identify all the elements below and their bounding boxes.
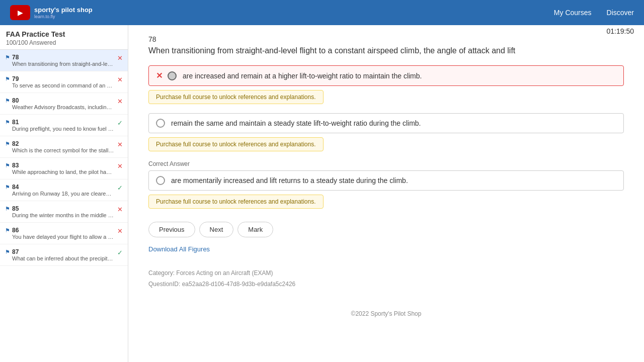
sidebar-item-text-81: During preflight, you need to know fuel … bbox=[12, 126, 114, 132]
flag-icon-85: ⚑ bbox=[5, 206, 10, 212]
correct-answer-label: Correct Answer bbox=[148, 160, 624, 167]
sidebar-item-num-78: 78 bbox=[12, 54, 114, 61]
sidebar-item-text-87: What can be inferred about the precipita… bbox=[12, 255, 114, 261]
logo-text: sporty's pilot shop learn.to.fly bbox=[34, 6, 93, 19]
sidebar-item-num-85: 85 bbox=[12, 205, 114, 212]
sidebar-header: FAA Practice Test 100/100 Answered bbox=[0, 25, 128, 50]
sidebar-item-81[interactable]: ⚑81During preflight, you need to know fu… bbox=[0, 115, 128, 136]
sidebar-subtitle: 100/100 Answered bbox=[6, 39, 122, 46]
sidebar-item-content-82: 82Which is the correct symbol for the st… bbox=[12, 140, 114, 153]
flag-icon-86: ⚑ bbox=[5, 227, 10, 234]
sidebar-item-text-84: Arriving on Runway 18, you are cleared t… bbox=[12, 191, 114, 197]
check-icon-87: ✓ bbox=[117, 249, 123, 256]
flag-icon-84: ⚑ bbox=[5, 184, 10, 191]
sidebar-item-text-80: Weather Advisory Broadcasts, including S… bbox=[12, 104, 114, 110]
flag-icon-79: ⚑ bbox=[5, 76, 10, 82]
footer-copyright: ©2022 Sporty's Pilot Shop bbox=[351, 310, 422, 317]
x-icon-78: ✕ bbox=[117, 54, 123, 62]
answer-text-b: remain the same and maintain a steady st… bbox=[171, 119, 421, 127]
flag-icon-83: ⚑ bbox=[5, 162, 10, 169]
answer-option-a[interactable]: ✕ are increased and remain at a higher l… bbox=[148, 65, 624, 86]
sidebar-item-86[interactable]: ⚑86You have delayed your flight to allow… bbox=[0, 223, 128, 244]
sidebar-item-content-81: 81During preflight, you need to know fue… bbox=[12, 119, 114, 132]
logo-icon bbox=[10, 5, 30, 20]
sidebar-item-text-85: During the winter months in the middle l… bbox=[12, 212, 114, 218]
mark-button[interactable]: Mark bbox=[237, 222, 273, 237]
sidebar-item-num-87: 87 bbox=[12, 248, 114, 255]
x-icon-82: ✕ bbox=[117, 141, 123, 148]
sidebar-item-num-80: 80 bbox=[12, 97, 114, 104]
category-text: Category: Forces Acting on an Aircraft (… bbox=[148, 268, 624, 279]
sidebar-item-83[interactable]: ⚑83While approaching to land, the pilot … bbox=[0, 158, 128, 179]
sidebar: FAA Practice Test 100/100 Answered ⚑78Wh… bbox=[0, 25, 128, 362]
sidebar-item-84[interactable]: ⚑84Arriving on Runway 18, you are cleare… bbox=[0, 179, 128, 201]
sidebar-item-content-83: 83While approaching to land, the pilot h… bbox=[12, 162, 114, 175]
sidebar-item-content-78: 78When transitioning from straight-and-l… bbox=[12, 54, 114, 67]
sidebar-item-content-85: 85During the winter months in the middle… bbox=[12, 205, 114, 218]
sidebar-item-87[interactable]: ⚑87What can be inferred about the precip… bbox=[0, 244, 128, 266]
purchase-banner-a[interactable]: Purchase full course to unlock reference… bbox=[148, 90, 324, 104]
flag-icon-87: ⚑ bbox=[5, 249, 10, 255]
sidebar-item-content-86: 86You have delayed your flight to allow … bbox=[12, 227, 114, 240]
logo[interactable]: sporty's pilot shop learn.to.fly bbox=[10, 5, 93, 20]
answer-option-b[interactable]: remain the same and maintain a steady st… bbox=[148, 113, 624, 133]
main-layout: FAA Practice Test 100/100 Answered ⚑78Wh… bbox=[0, 25, 644, 362]
question-number: 78 bbox=[148, 35, 624, 43]
timer: 01:19:50 bbox=[607, 27, 634, 35]
previous-button[interactable]: Previous bbox=[148, 222, 195, 237]
sidebar-item-text-86: You have delayed your flight to allow a … bbox=[12, 234, 114, 240]
main-content: 01:19:50 78 When transitioning from stra… bbox=[128, 25, 644, 362]
radio-a bbox=[168, 71, 177, 80]
question-id-text: QuestionID: ea52aa28-d106-47d8-9d3b-e9da… bbox=[148, 279, 624, 290]
discover-link[interactable]: Discover bbox=[607, 9, 634, 17]
x-icon-80: ✕ bbox=[117, 98, 123, 105]
my-courses-link[interactable]: My Courses bbox=[554, 9, 592, 17]
sidebar-item-text-83: While approaching to land, the pilot had… bbox=[12, 169, 114, 175]
answer-text-a: are increased and remain at a higher lif… bbox=[183, 72, 422, 80]
sidebar-item-content-84: 84Arriving on Runway 18, you are cleared… bbox=[12, 184, 114, 197]
purchase-banner-b[interactable]: Purchase full course to unlock reference… bbox=[148, 137, 324, 151]
sidebar-item-content-79: 79To serve as second in command of an ai… bbox=[12, 75, 114, 88]
action-buttons: Previous Next Mark bbox=[148, 222, 624, 237]
sidebar-item-78[interactable]: ⚑78When transitioning from straight-and-… bbox=[0, 50, 128, 71]
category-info: Category: Forces Acting on an Aircraft (… bbox=[148, 268, 624, 290]
header-nav: My Courses Discover bbox=[554, 9, 634, 17]
answer-text-c: are momentarily increased and lift retur… bbox=[171, 176, 408, 185]
sidebar-item-79[interactable]: ⚑79To serve as second in command of an a… bbox=[0, 71, 128, 93]
question-text: When transitioning from straight-and-lev… bbox=[148, 45, 624, 56]
x-icon-83: ✕ bbox=[117, 162, 123, 170]
header: sporty's pilot shop learn.to.fly My Cour… bbox=[0, 0, 644, 25]
sidebar-item-num-84: 84 bbox=[12, 184, 114, 191]
sidebar-item-num-86: 86 bbox=[12, 227, 114, 234]
sidebar-list: ⚑78When transitioning from straight-and-… bbox=[0, 50, 128, 362]
sidebar-title: FAA Practice Test bbox=[6, 30, 122, 38]
radio-c bbox=[156, 176, 165, 185]
flag-icon-78: ⚑ bbox=[5, 54, 10, 61]
sidebar-item-text-79: To serve as second in command of an airp… bbox=[12, 82, 114, 88]
next-button[interactable]: Next bbox=[199, 222, 234, 237]
sidebar-item-82[interactable]: ⚑82Which is the correct symbol for the s… bbox=[0, 136, 128, 158]
x-icon-79: ✕ bbox=[117, 76, 123, 83]
flag-icon-80: ⚑ bbox=[5, 98, 10, 104]
purchase-banner-c[interactable]: Purchase full course to unlock reference… bbox=[148, 195, 324, 209]
sidebar-item-num-82: 82 bbox=[12, 140, 114, 147]
flag-icon-82: ⚑ bbox=[5, 141, 10, 147]
sidebar-item-num-79: 79 bbox=[12, 75, 114, 82]
sidebar-item-85[interactable]: ⚑85During the winter months in the middl… bbox=[0, 201, 128, 223]
x-icon-86: ✕ bbox=[117, 227, 123, 235]
check-icon-84: ✓ bbox=[117, 184, 123, 192]
sidebar-item-text-82: Which is the correct symbol for the stal… bbox=[12, 147, 114, 153]
footer: ©2022 Sporty's Pilot Shop bbox=[148, 310, 624, 327]
answer-option-c[interactable]: are momentarily increased and lift retur… bbox=[148, 170, 624, 191]
sidebar-item-num-83: 83 bbox=[12, 162, 114, 169]
sidebar-item-content-87: 87What can be inferred about the precipi… bbox=[12, 248, 114, 261]
x-icon-85: ✕ bbox=[117, 206, 123, 213]
sidebar-item-text-78: When transitioning from straight-and-lev… bbox=[12, 61, 114, 67]
sidebar-item-content-80: 80Weather Advisory Broadcasts, including… bbox=[12, 97, 114, 110]
download-all-figures-link[interactable]: Download All Figures bbox=[148, 245, 210, 253]
sidebar-item-num-81: 81 bbox=[12, 119, 114, 126]
flag-icon-81: ⚑ bbox=[5, 119, 10, 126]
sidebar-item-80[interactable]: ⚑80Weather Advisory Broadcasts, includin… bbox=[0, 93, 128, 115]
radio-b bbox=[156, 119, 165, 128]
x-icon: ✕ bbox=[156, 71, 163, 80]
